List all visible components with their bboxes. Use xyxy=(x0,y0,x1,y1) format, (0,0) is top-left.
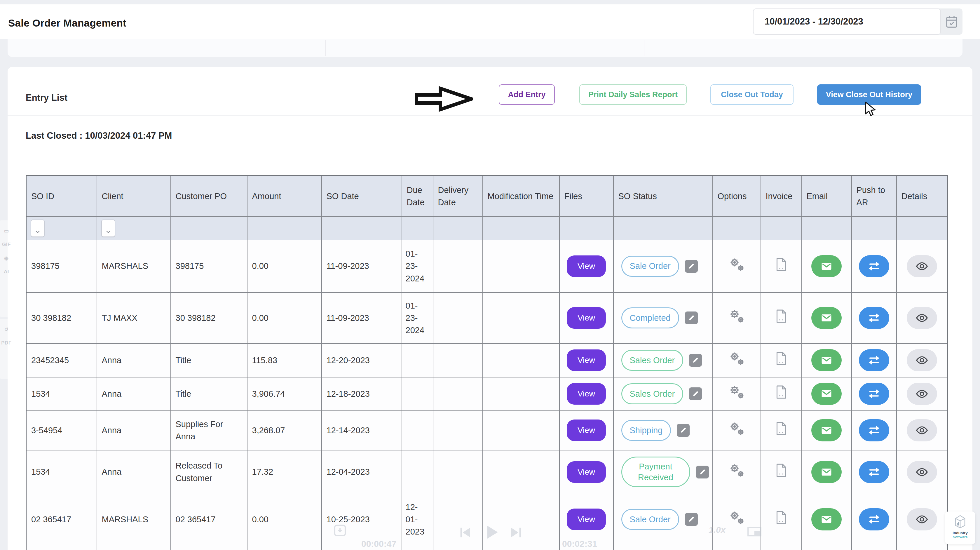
view-files-button[interactable]: View xyxy=(567,419,606,441)
email-button[interactable] xyxy=(811,508,842,531)
entry-list-panel: Entry List Add Entry Print Daily Sales R… xyxy=(8,67,972,550)
cell-amount: 17.32 xyxy=(252,467,274,477)
table-header-row: SO IDClientCustomer POAmountSO DateDue D… xyxy=(26,176,948,217)
cell-amount: 0.00 xyxy=(252,261,269,271)
edit-status-icon[interactable] xyxy=(689,354,702,367)
email-button[interactable] xyxy=(811,307,842,329)
details-eye-button[interactable] xyxy=(907,307,937,329)
print-daily-sales-report-button[interactable]: Print Daily Sales Report xyxy=(579,84,687,105)
column-header: Modification Time xyxy=(483,176,560,217)
invoice-file-icon[interactable] xyxy=(775,309,787,324)
date-range-group: 10/01/2023 - 12/30/2023 xyxy=(753,8,963,35)
edit-status-icon[interactable] xyxy=(685,311,698,324)
push-to-ar-button[interactable] xyxy=(859,461,889,483)
details-eye-button[interactable] xyxy=(907,419,937,442)
annotation-arrow-icon xyxy=(415,86,473,112)
video-time-total: 00:02:31 xyxy=(562,539,597,549)
cell-so-id: 1534 xyxy=(31,467,50,477)
playback-speed-label[interactable]: 1.0x xyxy=(709,525,725,535)
view-files-button[interactable]: View xyxy=(567,461,606,483)
push-to-ar-button[interactable] xyxy=(859,307,889,329)
strip-divider xyxy=(644,40,644,56)
column-header: Customer PO xyxy=(171,176,247,217)
edit-status-icon[interactable] xyxy=(689,387,702,400)
cell-amount: 115.83 xyxy=(252,356,278,365)
cell-due-date: 12-01-2023 xyxy=(406,502,425,536)
edit-status-icon[interactable] xyxy=(677,424,690,437)
picture-in-picture-icon[interactable] xyxy=(746,524,763,542)
email-button[interactable] xyxy=(811,419,842,442)
close-out-today-button[interactable]: Close Out Today xyxy=(710,84,794,105)
edit-status-icon[interactable] xyxy=(685,513,698,526)
options-gears-icon[interactable] xyxy=(728,351,745,366)
email-button[interactable] xyxy=(811,255,842,277)
options-gears-icon[interactable] xyxy=(728,309,745,324)
view-files-button[interactable]: View xyxy=(567,349,606,371)
view-files-button[interactable]: View xyxy=(567,509,606,530)
cell-so-id: 23452345 xyxy=(31,356,69,365)
push-to-ar-button[interactable] xyxy=(859,383,889,405)
recorder-side-toolbar: ▭ GIF ◉ AI xyxy=(0,220,17,317)
details-eye-button[interactable] xyxy=(907,255,937,277)
push-to-ar-button[interactable] xyxy=(859,255,889,277)
skip-forward-icon[interactable] xyxy=(508,524,524,542)
column-header: Amount xyxy=(247,176,321,217)
add-entry-button[interactable]: Add Entry xyxy=(499,84,555,105)
view-files-button[interactable]: View xyxy=(567,383,606,405)
recorder-camera-icon: ◉ xyxy=(0,255,17,261)
cell-amount: 3,906.74 xyxy=(252,389,285,399)
recorder-undo-icon: ↺ xyxy=(0,326,17,333)
date-range-input[interactable]: 10/01/2023 - 12/30/2023 xyxy=(753,8,941,35)
email-button[interactable] xyxy=(811,461,842,483)
cell-so-id: 1534 xyxy=(31,389,50,399)
video-time-current: 00:00:47 xyxy=(361,539,396,549)
options-gears-icon[interactable] xyxy=(728,385,745,399)
edit-status-icon[interactable] xyxy=(696,466,709,478)
column-header: Details xyxy=(897,176,948,217)
client-filter-select[interactable] xyxy=(101,220,115,237)
column-header: Options xyxy=(713,176,761,217)
details-eye-button[interactable] xyxy=(907,461,937,483)
email-button[interactable] xyxy=(811,383,842,405)
so-id-filter-select[interactable] xyxy=(31,220,45,237)
push-to-ar-button[interactable] xyxy=(859,508,889,531)
calendar-check-icon[interactable] xyxy=(941,8,963,35)
invoice-file-icon[interactable] xyxy=(775,421,787,436)
edit-status-icon[interactable] xyxy=(685,260,698,273)
view-files-button[interactable]: View xyxy=(567,255,606,277)
view-files-button[interactable]: View xyxy=(567,307,606,329)
push-to-ar-button[interactable] xyxy=(859,349,889,371)
column-header: Files xyxy=(560,176,613,217)
options-gears-icon[interactable] xyxy=(728,257,745,272)
details-eye-button[interactable] xyxy=(907,383,937,405)
cell-customer-po: Released To Customer xyxy=(176,461,223,483)
so-status-badge: Shipping xyxy=(621,420,671,441)
play-icon[interactable] xyxy=(482,523,501,543)
download-icon[interactable] xyxy=(332,523,348,539)
cell-customer-po: Title xyxy=(176,356,191,365)
cell-client: MARSHALS xyxy=(102,515,148,524)
page-title: Sale Order Management xyxy=(8,17,126,29)
cell-client: MARSHALS xyxy=(102,261,148,271)
sale-order-management-page: { "header": { "title": "Sale Order Manag… xyxy=(0,0,980,550)
column-header: Email xyxy=(802,176,851,217)
cell-client: Anna xyxy=(102,467,122,477)
details-eye-button[interactable] xyxy=(907,349,937,371)
invoice-file-icon[interactable] xyxy=(775,463,787,478)
invoice-file-icon[interactable] xyxy=(775,257,787,272)
email-button[interactable] xyxy=(811,349,842,371)
invoice-file-icon[interactable] xyxy=(775,351,787,366)
options-gears-icon[interactable] xyxy=(728,510,745,525)
table-filter-row xyxy=(26,217,948,240)
push-to-ar-button[interactable] xyxy=(859,419,889,442)
cell-so-id: 398175 xyxy=(31,261,59,271)
cell-due-date: 01-23-2024 xyxy=(406,249,425,283)
invoice-file-icon[interactable] xyxy=(775,385,787,399)
details-eye-button[interactable] xyxy=(907,508,937,531)
invoice-file-icon[interactable] xyxy=(775,510,787,525)
options-gears-icon[interactable] xyxy=(728,463,745,478)
industry-software-logo: Industry Software xyxy=(945,512,975,544)
skip-back-icon[interactable] xyxy=(457,524,473,542)
table-row: 23452345 Anna Title 115.83 12-20-2023 Vi… xyxy=(26,344,948,377)
options-gears-icon[interactable] xyxy=(728,421,745,436)
